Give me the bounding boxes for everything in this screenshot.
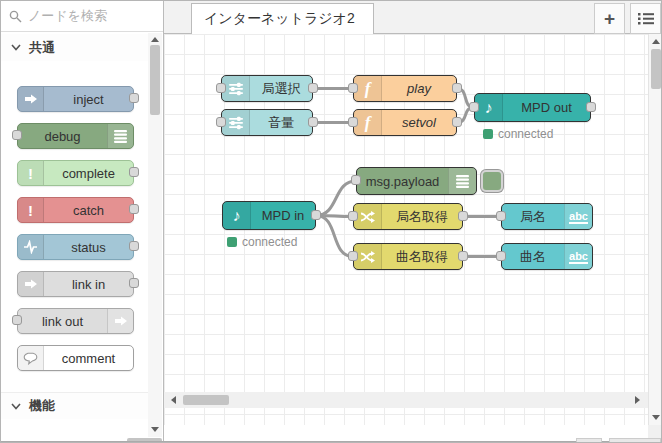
comment-bubble-icon bbox=[18, 346, 44, 370]
inject-arrow-icon bbox=[18, 87, 44, 111]
swap-icon bbox=[354, 204, 382, 229]
input-port[interactable] bbox=[496, 251, 506, 261]
palette-node-link-in[interactable]: link in bbox=[17, 271, 134, 297]
sliders-icon bbox=[222, 76, 250, 101]
node-label: play bbox=[382, 76, 456, 101]
input-port[interactable] bbox=[348, 117, 358, 127]
input-port[interactable] bbox=[496, 211, 506, 221]
palette-scrollbar-thumb[interactable] bbox=[150, 45, 160, 115]
wire bbox=[316, 216, 353, 257]
scroll-down-arrow[interactable] bbox=[649, 411, 662, 423]
palette-node-complete[interactable]: ! complete bbox=[17, 160, 134, 186]
palette-node-link-out[interactable]: link out bbox=[17, 308, 134, 334]
tab-label: インターネットラジオ2 bbox=[204, 10, 355, 28]
palette-node-label: catch bbox=[44, 198, 133, 222]
status-text: connected bbox=[242, 235, 297, 249]
exclamation-icon: ! bbox=[18, 161, 44, 185]
output-port[interactable] bbox=[129, 241, 139, 251]
palette-search[interactable]: ノードを検索 bbox=[1, 1, 163, 32]
heartbeat-icon bbox=[18, 235, 44, 259]
tab-internet-radio-2[interactable]: インターネットラジオ2 bbox=[191, 3, 374, 34]
input-port[interactable] bbox=[216, 83, 226, 93]
node-label: 曲名 bbox=[502, 244, 564, 269]
palette-node-label: complete bbox=[44, 161, 133, 185]
output-port[interactable] bbox=[308, 117, 318, 127]
exclamation-icon: ! bbox=[18, 198, 44, 222]
node-status-mpd-out: connected bbox=[483, 127, 553, 141]
status-text: connected bbox=[498, 127, 553, 141]
node-label: 局選択 bbox=[250, 76, 312, 101]
vscrollbar-thumb[interactable] bbox=[651, 49, 661, 89]
status-dot bbox=[227, 237, 237, 247]
palette-node-status[interactable]: status bbox=[17, 234, 134, 260]
input-port[interactable] bbox=[12, 130, 22, 140]
zoom-controls-partial[interactable] bbox=[576, 438, 602, 443]
output-port[interactable] bbox=[308, 83, 318, 93]
music-note-icon: ♪ bbox=[475, 94, 503, 121]
node-play-function[interactable]: f play bbox=[353, 75, 457, 102]
add-flow-button[interactable]: + bbox=[594, 3, 625, 34]
palette-node-inject[interactable]: inject bbox=[17, 86, 134, 112]
palette-scrollbar[interactable] bbox=[148, 33, 162, 437]
node-mpd-in[interactable]: ♪ MPD in bbox=[222, 201, 316, 230]
scroll-up-arrow[interactable] bbox=[148, 33, 162, 45]
search-placeholder: ノードを検索 bbox=[28, 7, 107, 25]
palette-category-function[interactable]: 機能 bbox=[1, 392, 148, 419]
input-port[interactable] bbox=[216, 117, 226, 127]
flow-canvas[interactable]: 局選択 f play 音量 f setvol bbox=[164, 34, 648, 425]
node-label: 局名 bbox=[502, 204, 564, 229]
node-setvol-function[interactable]: f setvol bbox=[353, 109, 457, 136]
zoom-controls-partial[interactable] bbox=[609, 438, 661, 443]
palette-node-label: comment bbox=[44, 346, 133, 370]
output-port[interactable] bbox=[129, 93, 139, 103]
category-label: 共通 bbox=[29, 39, 55, 57]
palette-node-label: status bbox=[44, 235, 133, 259]
scroll-up-arrow[interactable] bbox=[649, 36, 662, 46]
node-debug-msg-payload[interactable]: msg.payload bbox=[356, 167, 477, 195]
music-note-icon: ♪ bbox=[223, 202, 251, 229]
palette-node-label: debug bbox=[18, 124, 107, 148]
output-port[interactable] bbox=[458, 251, 468, 261]
palette-sidebar: ノードを検索 共通 inject debug ! complete ! catc… bbox=[1, 1, 164, 442]
input-port[interactable] bbox=[12, 315, 22, 325]
flow-list-button[interactable] bbox=[630, 3, 661, 34]
debug-lines-icon bbox=[448, 168, 476, 194]
node-ui-text-station[interactable]: 局名 abc bbox=[501, 203, 593, 230]
debug-toggle-button[interactable] bbox=[481, 170, 503, 192]
node-get-song-name[interactable]: 曲名取得 bbox=[353, 243, 463, 270]
palette-category-common[interactable]: 共通 bbox=[1, 34, 148, 61]
output-port[interactable] bbox=[311, 210, 321, 220]
output-port[interactable] bbox=[129, 167, 139, 177]
input-port[interactable] bbox=[348, 251, 358, 261]
chevron-down-icon bbox=[11, 44, 21, 51]
palette-node-debug[interactable]: debug bbox=[17, 123, 134, 149]
input-port[interactable] bbox=[348, 83, 358, 93]
node-label: 音量 bbox=[250, 110, 312, 135]
node-label: setvol bbox=[382, 110, 456, 135]
status-dot bbox=[483, 129, 493, 139]
function-icon: f bbox=[354, 110, 382, 135]
scroll-down-arrow[interactable] bbox=[148, 423, 162, 435]
sliders-icon bbox=[222, 110, 250, 135]
node-ui-text-song[interactable]: 曲名 abc bbox=[501, 243, 593, 270]
output-port[interactable] bbox=[129, 278, 139, 288]
output-port[interactable] bbox=[452, 117, 462, 127]
palette-node-catch[interactable]: ! catch bbox=[17, 197, 134, 223]
output-port[interactable] bbox=[129, 204, 139, 214]
output-port[interactable] bbox=[458, 211, 468, 221]
input-port[interactable] bbox=[469, 102, 479, 112]
node-mpd-out[interactable]: ♪ MPD out bbox=[474, 93, 591, 122]
canvas-vscrollbar[interactable] bbox=[648, 34, 662, 425]
node-label: MPD out bbox=[503, 94, 590, 121]
node-get-station-name[interactable]: 局名取得 bbox=[353, 203, 463, 230]
node-volume[interactable]: 音量 bbox=[221, 109, 313, 136]
palette-node-comment[interactable]: comment bbox=[17, 345, 134, 371]
output-port[interactable] bbox=[452, 83, 462, 93]
link-arrow-icon bbox=[107, 309, 133, 333]
list-icon bbox=[638, 12, 654, 25]
input-port[interactable] bbox=[348, 211, 358, 221]
output-port[interactable] bbox=[586, 102, 596, 112]
node-label: 局名取得 bbox=[382, 204, 462, 229]
node-station-select[interactable]: 局選択 bbox=[221, 75, 313, 102]
input-port[interactable] bbox=[351, 175, 361, 185]
